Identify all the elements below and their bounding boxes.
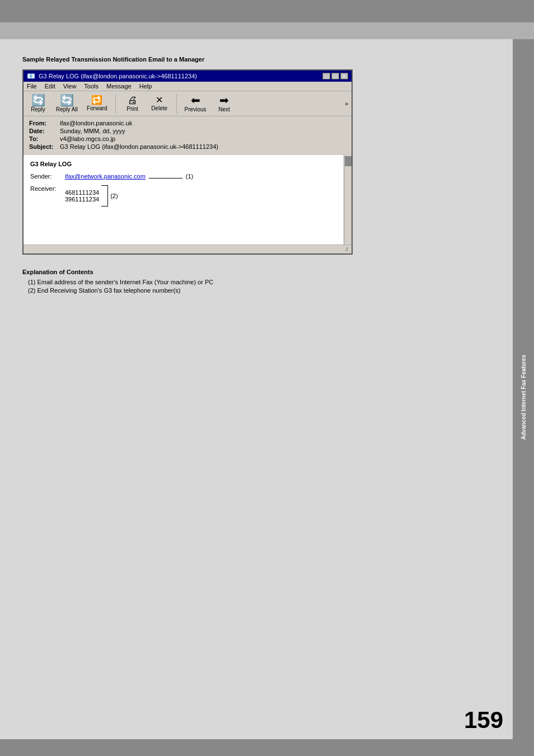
next-icon: ➡ [219, 95, 229, 106]
menu-file[interactable]: File [27, 83, 37, 90]
to-row: To: v4@labo.mgcs.co.jp [29, 135, 346, 142]
sender-annotation: (1) [186, 173, 193, 180]
second-bar [0, 22, 534, 39]
delete-icon: ✕ [156, 96, 163, 105]
resize-handle: // [345, 247, 348, 252]
from-label: From: [29, 120, 60, 126]
next-button[interactable]: ➡ Next [213, 93, 236, 114]
forward-label: Forward [87, 105, 107, 111]
right-sidebar: Advanced Internet Fax Features [513, 39, 534, 755]
minimize-button[interactable]: _ [322, 73, 330, 79]
reply-label: Reply [31, 106, 45, 112]
menu-message[interactable]: Message [106, 83, 132, 90]
reply-all-button[interactable]: 🔄 Reply All [54, 93, 80, 114]
toolbar-separator-2 [176, 94, 177, 114]
to-label: To: [29, 135, 60, 142]
sender-dashed-line [149, 178, 182, 179]
subject-label: Subject: [29, 143, 60, 150]
date-row: Date: Sunday, MMM, dd, yyyy [29, 128, 346, 134]
title-bar: 📧 G3 Relay LOG (ifax@london.panasonic.uk… [24, 71, 352, 82]
reply-button[interactable]: 🔄 Reply [27, 93, 49, 114]
reply-icon: 🔄 [31, 95, 45, 106]
from-value: ifax@london.panasonic.uk [60, 120, 132, 126]
receiver-label: Receiver: [30, 185, 65, 192]
toolbar: 🔄 Reply 🔄 Reply All 🔁 Forward 🖨 Print [24, 91, 352, 116]
explanation-item-2: (2) End Receiving Station's G3 fax telep… [22, 287, 496, 294]
subject-row: Subject: G3 Relay LOG (ifax@london.panas… [29, 143, 346, 150]
email-window: 📧 G3 Relay LOG (ifax@london.panasonic.uk… [22, 69, 353, 255]
title-controls: _ □ X [322, 73, 348, 79]
receiver-bracket [101, 185, 108, 206]
email-body: G3 Relay LOG Sender: ifax@network.panaso… [24, 155, 352, 245]
maximize-button[interactable]: □ [331, 73, 339, 79]
explanation-section: Explanation of Contents (1) Email addres… [22, 269, 496, 294]
reply-all-icon: 🔄 [60, 95, 74, 106]
email-window-icon: 📧 [27, 72, 35, 80]
vertical-scrollbar[interactable] [344, 155, 352, 245]
receiver-number-1: 4681111234 [65, 189, 99, 196]
toolbar-separator-1 [115, 94, 116, 114]
print-label: Print [127, 106, 138, 112]
subject-value: G3 Relay LOG (ifax@london.panasonic.uk->… [60, 143, 218, 150]
receiver-row: Receiver: 4681111234 3961111234 (2) [30, 185, 340, 206]
sample-heading: Sample Relayed Transmission Notification… [22, 56, 496, 63]
previous-button[interactable]: ⬅ Previous [182, 93, 209, 114]
menu-bar: File Edit View Tools Message Help [24, 82, 352, 91]
status-bar: // [24, 245, 352, 253]
previous-label: Previous [185, 106, 207, 112]
sender-email[interactable]: ifax@network.panasonic.com [65, 173, 146, 180]
bottom-bar [0, 739, 534, 756]
receiver-annotation: (2) [110, 192, 118, 199]
scroll-thumb[interactable] [345, 156, 352, 166]
receiver-number-2: 3961111234 [65, 196, 99, 203]
delete-label: Delete [151, 105, 167, 111]
sender-row: Sender: ifax@network.panasonic.com (1) [30, 173, 340, 180]
main-content: Sample Relayed Transmission Notification… [0, 39, 534, 755]
print-button[interactable]: 🖨 Print [121, 94, 144, 113]
from-row: From: ifax@london.panasonic.uk [29, 120, 346, 126]
print-icon: 🖨 [128, 95, 138, 105]
bracket-container: (2) [101, 185, 118, 206]
receiver-data: 4681111234 3961111234 (2) [65, 185, 118, 206]
date-label: Date: [29, 128, 60, 134]
body-title: G3 Relay LOG [30, 161, 340, 167]
toolbar-more-button[interactable]: » [345, 101, 348, 107]
delete-button[interactable]: ✕ Delete [148, 95, 171, 112]
page-number: 159 [464, 707, 503, 734]
previous-icon: ⬅ [191, 95, 200, 106]
menu-edit[interactable]: Edit [45, 83, 55, 90]
to-value: v4@labo.mgcs.co.jp [60, 135, 115, 142]
content-area: Sample Relayed Transmission Notification… [0, 39, 513, 755]
email-header: From: ifax@london.panasonic.uk Date: Sun… [24, 116, 352, 155]
reply-all-label: Reply All [56, 106, 78, 112]
next-label: Next [218, 106, 230, 112]
sidebar-label: Advanced Internet Fax Features [520, 349, 527, 445]
menu-help[interactable]: Help [139, 83, 152, 90]
menu-tools[interactable]: Tools [84, 83, 99, 90]
menu-view[interactable]: View [63, 83, 77, 90]
window-title: G3 Relay LOG (ifax@london.panasonic.uk->… [39, 73, 197, 79]
explanation-item-1: (1) Email address of the sender's Intern… [22, 279, 496, 285]
forward-button[interactable]: 🔁 Forward [85, 95, 110, 112]
forward-icon: 🔁 [91, 96, 102, 105]
receiver-numbers: 4681111234 3961111234 [65, 189, 99, 203]
sender-label: Sender: [30, 173, 65, 180]
close-button[interactable]: X [340, 73, 348, 79]
email-body-container: G3 Relay LOG Sender: ifax@network.panaso… [24, 155, 352, 245]
explanation-heading: Explanation of Contents [22, 269, 496, 275]
top-bar [0, 0, 534, 22]
title-bar-left: 📧 G3 Relay LOG (ifax@london.panasonic.uk… [27, 72, 197, 80]
date-value: Sunday, MMM, dd, yyyy [60, 128, 125, 134]
